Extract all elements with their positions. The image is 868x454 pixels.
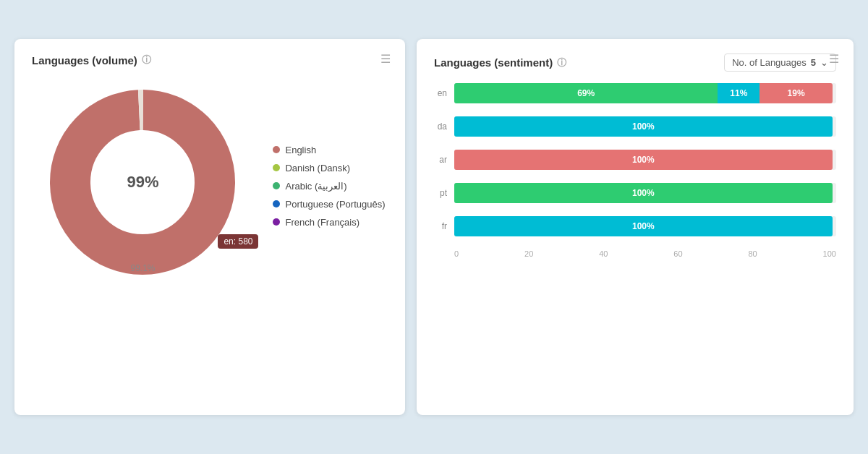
bar-lang-label: fr xyxy=(434,221,447,231)
sentiment-card: Languages (sentiment) ⓘ No. of Languages… xyxy=(417,39,854,415)
bar-segment: 69% xyxy=(454,83,718,103)
sentiment-header: Languages (sentiment) ⓘ No. of Languages… xyxy=(434,53,836,72)
legend-label: French (Français) xyxy=(285,217,359,228)
sentiment-menu-icon[interactable]: ☰ xyxy=(829,53,839,65)
volume-title-text: Languages (volume) xyxy=(32,54,137,67)
donut-area: 99% en: 580 99.1% English Danish (Dansk)… xyxy=(32,74,388,291)
x-axis: 020406080100 xyxy=(454,249,836,258)
x-axis-tick: 80 xyxy=(748,249,757,258)
donut-wrapper: 99% en: 580 99.1% xyxy=(34,74,251,291)
chevron-down-icon: ⌄ xyxy=(820,57,828,68)
bar-row: ar100% xyxy=(434,150,836,170)
x-axis-tick: 100 xyxy=(823,249,836,258)
donut-center-label: 99% xyxy=(127,173,158,192)
bar-track: 100% xyxy=(454,216,836,236)
sentiment-info-icon[interactable]: ⓘ xyxy=(557,56,566,69)
bar-lang-label: da xyxy=(434,121,447,132)
bar-segment: 100% xyxy=(454,116,833,137)
bar-track: 100% xyxy=(454,116,836,137)
bar-lang-label: ar xyxy=(434,155,447,165)
x-axis-tick: 60 xyxy=(673,249,682,258)
donut-tooltip: en: 580 xyxy=(218,234,258,249)
legend-label: Danish (Dansk) xyxy=(285,163,350,174)
bar-row: en69%11%19% xyxy=(434,83,836,103)
bar-segment: 11% xyxy=(718,83,760,103)
volume-menu-icon[interactable]: ☰ xyxy=(380,53,391,65)
bar-track: 69%11%19% xyxy=(454,83,836,103)
bar-track: 100% xyxy=(454,150,836,170)
bar-row: da100% xyxy=(434,116,836,137)
dashboard: Languages (volume) ⓘ ☰ 99% en: 580 99.1% xyxy=(14,39,854,415)
legend-item: Portuguese (Português) xyxy=(273,199,385,210)
legend: English Danish (Dansk) Arabic (العربية) … xyxy=(273,145,385,228)
bar-segment: 100% xyxy=(454,183,833,203)
legend-dot xyxy=(273,146,280,153)
bar-segment: 19% xyxy=(760,83,832,103)
bar-segment: 100% xyxy=(454,150,833,170)
bar-lang-label: en xyxy=(434,88,447,98)
donut-bottom-label: 99.1% xyxy=(130,263,155,273)
no-of-languages-label: No. of Languages xyxy=(732,57,807,68)
legend-dot xyxy=(273,164,280,171)
no-of-languages-value: 5 xyxy=(811,57,816,68)
volume-card-title: Languages (volume) ⓘ xyxy=(32,53,388,67)
legend-item: French (Français) xyxy=(273,217,385,228)
bar-track: 100% xyxy=(454,183,836,203)
legend-item: English xyxy=(273,145,385,155)
legend-dot xyxy=(273,218,280,226)
legend-dot xyxy=(273,200,280,207)
bar-lang-label: pt xyxy=(434,188,447,198)
bar-row: pt100% xyxy=(434,183,836,203)
legend-label: Arabic (العربية) xyxy=(285,181,346,192)
volume-info-icon[interactable]: ⓘ xyxy=(142,53,151,67)
legend-label: Portuguese (Português) xyxy=(285,199,385,210)
legend-label: English xyxy=(285,145,316,155)
bar-segment: 100% xyxy=(454,216,833,236)
x-axis-tick: 0 xyxy=(454,249,459,258)
legend-item: Danish (Dansk) xyxy=(273,163,385,174)
sentiment-title-text: Languages (sentiment) xyxy=(434,56,553,69)
sentiment-title-group: Languages (sentiment) ⓘ xyxy=(434,56,566,69)
x-axis-tick: 20 xyxy=(524,249,533,258)
sentiment-chart: en69%11%19%da100%ar100%pt100%fr100%02040… xyxy=(434,83,836,258)
bar-row: fr100% xyxy=(434,216,836,236)
volume-card: Languages (volume) ⓘ ☰ 99% en: 580 99.1% xyxy=(14,39,405,415)
x-axis-tick: 40 xyxy=(599,249,608,258)
legend-item: Arabic (العربية) xyxy=(273,181,385,192)
legend-dot xyxy=(273,182,280,189)
language-count-control[interactable]: No. of Languages 5 ⌄ xyxy=(724,53,836,72)
